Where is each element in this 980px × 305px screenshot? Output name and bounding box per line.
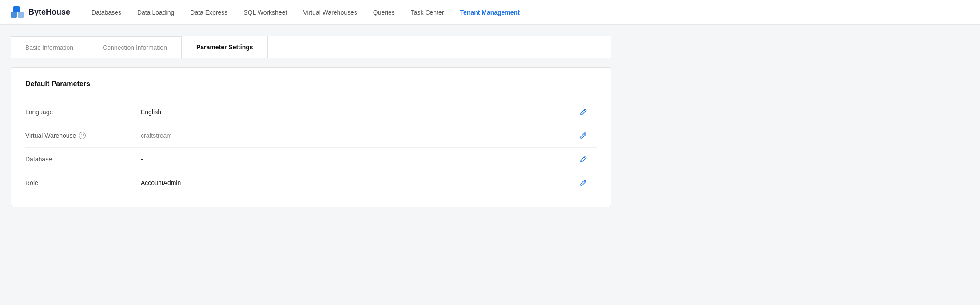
- tab-parameter-settings[interactable]: Parameter Settings: [182, 36, 268, 58]
- param-value-virtual-warehouse: craftstream: [141, 132, 570, 139]
- param-action-virtual-warehouse: [570, 130, 597, 141]
- parameters-table: Language English Virtual Warehouse ?: [25, 100, 597, 194]
- tabs-container: Basic Information Connection Information…: [11, 36, 611, 58]
- param-row-role: Role AccountAdmin: [25, 171, 597, 194]
- help-icon-virtual-warehouse[interactable]: ?: [79, 132, 86, 139]
- logo-icon: [11, 5, 25, 20]
- nav-item-databases[interactable]: Databases: [84, 5, 128, 20]
- param-row-virtual-warehouse: Virtual Warehouse ? craftstream: [25, 124, 597, 148]
- param-value-language: English: [141, 108, 570, 116]
- param-value-database: -: [141, 156, 570, 163]
- default-parameters-card: Default Parameters Language English: [11, 67, 611, 207]
- header: ByteHouse Databases Data Loading Data Ex…: [0, 0, 980, 25]
- main-nav: Databases Data Loading Data Express SQL …: [84, 5, 969, 20]
- nav-item-data-loading[interactable]: Data Loading: [130, 5, 181, 20]
- param-label-virtual-warehouse: Virtual Warehouse ?: [25, 132, 141, 139]
- nav-item-queries[interactable]: Queries: [366, 5, 402, 20]
- param-action-role: [570, 177, 597, 188]
- param-label-language: Language: [25, 108, 141, 116]
- nav-item-tenant-management[interactable]: Tenant Management: [453, 5, 527, 20]
- pencil-icon-database: [580, 156, 587, 163]
- nav-item-sql-worksheet[interactable]: SQL Worksheet: [236, 5, 294, 20]
- param-row-database: Database -: [25, 148, 597, 171]
- edit-button-virtual-warehouse[interactable]: [578, 130, 589, 141]
- card-title: Default Parameters: [25, 80, 597, 88]
- pencil-icon-language: [580, 108, 587, 116]
- logo-text: ByteHouse: [28, 8, 70, 17]
- logo[interactable]: ByteHouse: [11, 5, 70, 20]
- main-content: Basic Information Connection Information…: [0, 25, 622, 218]
- param-label-database: Database: [25, 156, 141, 163]
- nav-item-task-center[interactable]: Task Center: [404, 5, 451, 20]
- svg-rect-1: [18, 12, 24, 18]
- param-action-database: [570, 154, 597, 165]
- pencil-icon-role: [580, 179, 587, 186]
- param-label-role: Role: [25, 179, 141, 186]
- edit-button-role[interactable]: [578, 177, 589, 188]
- param-action-language: [570, 107, 597, 117]
- nav-item-virtual-warehouses[interactable]: Virtual Warehouses: [296, 5, 364, 20]
- edit-button-language[interactable]: [578, 107, 589, 117]
- nav-item-data-express[interactable]: Data Express: [183, 5, 235, 20]
- edit-button-database[interactable]: [578, 154, 589, 165]
- svg-rect-0: [11, 12, 17, 18]
- param-value-role: AccountAdmin: [141, 179, 570, 186]
- svg-rect-2: [13, 6, 20, 12]
- pencil-icon-virtual-warehouse: [580, 132, 587, 139]
- tab-basic-information[interactable]: Basic Information: [11, 36, 88, 58]
- param-row-language: Language English: [25, 100, 597, 124]
- tab-connection-information[interactable]: Connection Information: [88, 36, 182, 58]
